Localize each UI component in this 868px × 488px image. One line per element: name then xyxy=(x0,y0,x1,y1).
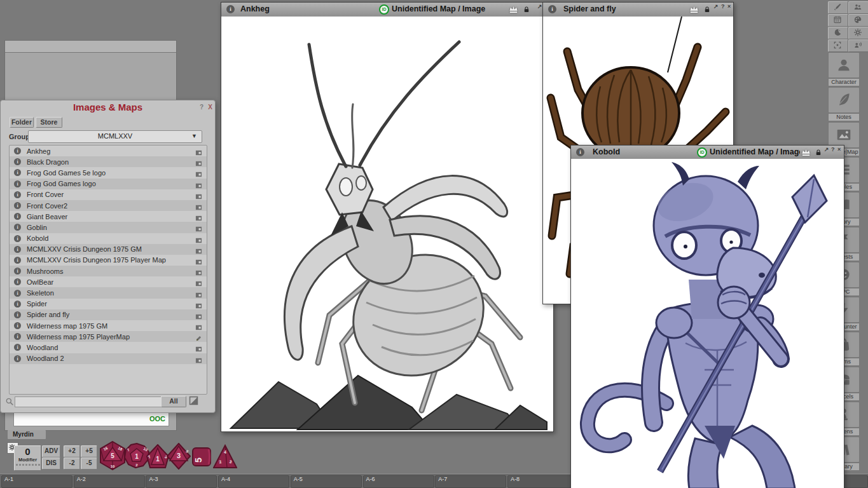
winshare-icon[interactable] xyxy=(195,235,203,242)
list-item[interactable]: iGiant Beaver xyxy=(10,211,207,222)
list-item[interactable]: iWoodland 2 xyxy=(10,353,207,364)
list-item[interactable]: iSpider xyxy=(10,299,207,309)
lock-icon[interactable] xyxy=(523,4,530,15)
minus2-button[interactable]: -2 xyxy=(64,458,80,470)
winshare-icon[interactable] xyxy=(195,311,203,318)
image-list[interactable]: iAnkhegiBlack DragoniFrog God Games 5e l… xyxy=(9,145,207,395)
info-icon[interactable]: i xyxy=(14,322,21,329)
hotkey-slot[interactable]: A-2 xyxy=(74,475,145,488)
sidebar-calendar-button[interactable] xyxy=(828,14,848,27)
hotkey-slot[interactable]: A-8 xyxy=(507,475,579,488)
list-item[interactable]: iSpider and fly xyxy=(10,309,207,320)
chevron-down-icon[interactable]: ▼ xyxy=(191,133,197,139)
winshare-icon[interactable] xyxy=(195,147,203,154)
hotkey-slot[interactable]: A-5 xyxy=(291,475,362,488)
d8-die[interactable]: 35 xyxy=(167,443,191,472)
info-icon[interactable]: i xyxy=(14,290,21,297)
info-icon[interactable]: i xyxy=(14,257,21,264)
d20-die[interactable]: 5161810 xyxy=(99,441,127,473)
filter-icon[interactable] xyxy=(189,396,198,405)
hotkey-slot[interactable]: A-6 xyxy=(363,475,434,488)
help-icon[interactable]: ? xyxy=(831,146,835,152)
hotkey-slot[interactable]: A-7 xyxy=(435,475,506,488)
resize-icon[interactable]: ↗ xyxy=(713,3,719,10)
d4-die[interactable]: 234 xyxy=(213,444,237,472)
list-item[interactable]: iKobold xyxy=(10,233,207,244)
info-icon[interactable]: i xyxy=(14,169,21,176)
winshare-icon[interactable] xyxy=(195,301,203,308)
images-maps-window[interactable]: Images & Maps ? X Folder Store Group MCM… xyxy=(0,100,216,413)
winshare-icon[interactable] xyxy=(195,169,203,176)
help-icon[interactable]: ? xyxy=(721,3,725,10)
resize-icon[interactable]: ↗ xyxy=(537,3,542,10)
list-item[interactable]: iWilderness map 1975 GM xyxy=(10,320,207,331)
winshare-icon[interactable] xyxy=(195,344,203,351)
kobold-window[interactable]: i Kobold ID Unidentified Map / Image ↗ ?… xyxy=(570,145,844,488)
winshare-icon[interactable] xyxy=(195,213,203,220)
hotkey-slot[interactable]: A-3 xyxy=(146,475,217,488)
resize-icon[interactable]: ↗ xyxy=(824,146,829,152)
ooc-label[interactable]: OOC xyxy=(149,415,165,423)
hotkey-slot[interactable]: A-1 xyxy=(1,475,72,488)
info-icon[interactable]: i xyxy=(14,301,21,308)
ankheg-window[interactable]: i Ankheg ID Unidentified Map / Image ↗ xyxy=(221,2,554,432)
sidebar-party-button[interactable] xyxy=(848,1,868,14)
list-item[interactable]: iSkeleton xyxy=(10,287,207,298)
close-icon[interactable]: × xyxy=(727,3,731,10)
info-icon[interactable]: i xyxy=(548,5,556,13)
share-crown-icon[interactable] xyxy=(508,4,519,15)
minus5-button[interactable]: -5 xyxy=(81,458,97,470)
chat-identity-tab[interactable]: Myrdin xyxy=(8,430,46,439)
sidebar-moon-button[interactable] xyxy=(828,27,848,39)
info-icon[interactable]: i xyxy=(14,191,21,198)
list-item[interactable]: iGoblin xyxy=(10,222,207,233)
info-icon[interactable]: i xyxy=(226,5,235,13)
winshare-icon[interactable] xyxy=(195,246,203,253)
sidebar-sword-button[interactable] xyxy=(828,1,848,14)
info-icon[interactable]: i xyxy=(14,213,21,220)
list-item[interactable]: iMCMLXXV Crisis Dungeon 1975 Player Map xyxy=(10,255,207,266)
plus5-button[interactable]: +5 xyxy=(81,445,97,458)
winshare-icon[interactable] xyxy=(195,202,203,209)
group-dropdown[interactable]: MCMLXXV ▼ xyxy=(28,130,202,143)
info-icon[interactable]: i xyxy=(14,235,21,242)
winshare-icon[interactable] xyxy=(195,180,203,187)
winshare-icon[interactable] xyxy=(195,158,203,165)
list-item[interactable]: iFrog God Games 5e logo xyxy=(10,167,207,178)
winshare-icon[interactable] xyxy=(195,191,203,198)
sidebar-palette-button[interactable] xyxy=(848,14,868,27)
sidebar-item-character[interactable]: Character xyxy=(828,52,860,86)
adv-button[interactable]: ADV xyxy=(42,445,60,458)
list-item[interactable]: iMushrooms xyxy=(10,266,207,276)
info-icon[interactable]: i xyxy=(14,180,21,187)
list-item[interactable]: iFront Cover xyxy=(10,189,207,200)
winshare-icon[interactable] xyxy=(195,257,203,264)
sidebar-item-notes[interactable]: Notes xyxy=(828,87,860,121)
winshare-icon[interactable] xyxy=(195,290,203,297)
winshare-icon[interactable] xyxy=(195,224,203,231)
share-crown-icon[interactable] xyxy=(801,147,811,158)
winshare-icon[interactable] xyxy=(195,322,203,329)
list-item[interactable]: iWilderness map 1975 PlayerMap xyxy=(10,331,207,342)
info-icon[interactable]: i xyxy=(14,268,21,274)
list-item[interactable]: iWoodland xyxy=(10,342,207,353)
list-item[interactable]: iBlack Dragon xyxy=(10,156,207,167)
list-item[interactable]: iOwlBear xyxy=(10,276,207,287)
winshare-icon[interactable] xyxy=(195,268,203,274)
list-item[interactable]: iFrog God Games logo xyxy=(10,179,207,189)
spider-titlebar[interactable]: i Spider and fly ↗ ? × xyxy=(543,3,733,17)
search-input[interactable] xyxy=(15,396,162,407)
winshare-icon[interactable] xyxy=(195,278,203,285)
d6-die[interactable]: 5 xyxy=(191,447,212,470)
panel-help-button[interactable]: ? xyxy=(200,104,203,111)
info-icon[interactable]: i xyxy=(14,202,21,209)
folder-tab[interactable]: Folder xyxy=(10,117,34,128)
panel-close-button[interactable]: X xyxy=(208,104,212,111)
info-icon[interactable]: i xyxy=(14,355,21,362)
lock-icon[interactable] xyxy=(703,4,711,15)
winshare-icon[interactable] xyxy=(195,355,203,362)
sidebar-gear-button[interactable] xyxy=(848,27,868,39)
search-all-button[interactable]: All xyxy=(161,396,186,407)
info-icon[interactable]: i xyxy=(14,147,21,154)
info-icon[interactable]: i xyxy=(14,311,21,318)
